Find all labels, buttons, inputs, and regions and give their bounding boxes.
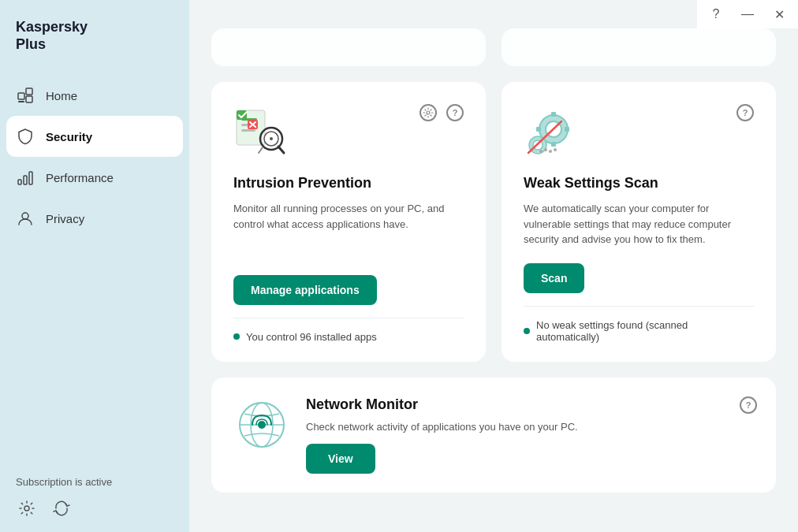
settings-icon[interactable] (16, 497, 38, 519)
minimize-button[interactable]: — (738, 5, 757, 24)
subscription-status: Subscription is active (16, 476, 173, 488)
svg-rect-1 (26, 88, 32, 95)
performance-icon (16, 168, 35, 187)
svg-rect-2 (26, 96, 32, 102)
sidebar-item-privacy[interactable]: Privacy (0, 198, 189, 239)
sidebar-item-privacy-label: Privacy (46, 212, 84, 225)
intrusion-status-text: You control 96 installed apps (246, 331, 377, 343)
weak-settings-card: ? Weak Settings Scan We automatically sc… (502, 82, 776, 362)
sidebar: KasperskyPlus Home (0, 0, 189, 532)
card-actions-weak: ? (736, 104, 754, 121)
main-content: ? Intrusion Prevention Monitor all runni… (189, 0, 798, 532)
weak-settings-desc: We automatically scan your computer for … (524, 201, 754, 247)
svg-rect-28 (565, 127, 569, 132)
app-name: KasperskyPlus (16, 19, 173, 53)
weak-status: No weak settings found (scanned automati… (524, 319, 754, 343)
top-partial-cards (211, 28, 776, 66)
app-logo: KasperskyPlus (0, 0, 189, 69)
svg-point-22 (427, 111, 430, 114)
sidebar-item-home[interactable]: Home (0, 75, 189, 116)
svg-rect-25 (551, 112, 556, 117)
svg-point-32 (544, 148, 547, 151)
sidebar-item-security-label: Security (46, 130, 92, 143)
network-monitor-desc: Check network activity of applications y… (306, 419, 754, 435)
partial-card-right (502, 28, 776, 66)
svg-rect-13 (237, 110, 247, 120)
network-monitor-card: Network Monitor Check network activity o… (211, 378, 776, 493)
svg-point-7 (22, 213, 28, 219)
help-button[interactable]: ? (707, 5, 725, 24)
app-container: ? — ✕ KasperskyPlus Home (0, 0, 798, 532)
svg-point-39 (258, 421, 266, 429)
svg-point-20 (270, 137, 273, 140)
weak-settings-illustration (524, 104, 579, 159)
svg-point-34 (554, 148, 557, 151)
manage-applications-button[interactable]: Manage applications (233, 275, 377, 305)
svg-rect-3 (18, 101, 24, 102)
svg-rect-27 (536, 127, 541, 132)
privacy-icon (16, 209, 35, 228)
help-circle-icon[interactable]: ? (446, 104, 464, 121)
sidebar-item-performance[interactable]: Performance (0, 157, 189, 198)
intrusion-prevention-illustration (233, 104, 289, 159)
titlebar: ? — ✕ (697, 0, 798, 28)
network-monitor-title: Network Monitor (306, 396, 754, 413)
card-actions-intrusion: ? (420, 104, 464, 121)
sidebar-footer: Subscription is active (0, 463, 189, 532)
sidebar-item-home-label: Home (46, 89, 77, 102)
weak-settings-title: Weak Settings Scan (524, 175, 754, 192)
intrusion-prevention-title: Intrusion Prevention (233, 175, 464, 192)
network-help-icon[interactable]: ? (740, 396, 757, 414)
svg-rect-4 (18, 180, 21, 184)
svg-point-33 (549, 150, 552, 153)
card-divider-2 (524, 306, 754, 307)
network-monitor-body: Network Monitor Check network activity o… (306, 396, 754, 474)
update-icon[interactable] (50, 497, 73, 519)
view-button[interactable]: View (306, 444, 375, 474)
intrusion-prevention-desc: Monitor all running processes on your PC… (233, 201, 464, 259)
svg-rect-5 (24, 176, 27, 184)
intrusion-status: You control 96 installed apps (233, 331, 464, 343)
svg-point-35 (539, 150, 543, 153)
intrusion-prevention-card: ? Intrusion Prevention Monitor all runni… (211, 82, 486, 362)
card-header-weak: ? (524, 104, 754, 159)
svg-line-21 (259, 147, 263, 153)
close-button[interactable]: ✕ (770, 5, 789, 24)
svg-line-19 (278, 147, 284, 153)
sidebar-bottom-icons (16, 497, 173, 519)
svg-rect-0 (18, 93, 24, 99)
svg-point-8 (24, 506, 29, 511)
sidebar-item-performance-label: Performance (46, 171, 114, 184)
svg-rect-6 (29, 172, 32, 184)
home-icon (16, 86, 35, 105)
settings-gear-icon[interactable] (420, 104, 437, 121)
status-dot-green-2 (524, 328, 530, 334)
network-monitor-illustration (233, 396, 290, 453)
network-monitor-help: ? (740, 396, 757, 414)
card-header-intrusion: ? (233, 104, 464, 159)
partial-card-left (211, 28, 486, 66)
card-divider (233, 318, 464, 318)
weak-help-icon[interactable]: ? (736, 104, 754, 121)
security-cards-grid: ? Intrusion Prevention Monitor all runni… (211, 82, 776, 362)
sidebar-nav: Home Security (0, 75, 189, 463)
security-icon (16, 127, 35, 146)
weak-status-text: No weak settings found (scanned automati… (536, 319, 754, 343)
svg-rect-26 (551, 142, 556, 147)
scan-button[interactable]: Scan (524, 263, 584, 293)
status-dot-green (233, 333, 240, 340)
svg-rect-12 (241, 129, 255, 132)
sidebar-item-security[interactable]: Security (6, 116, 183, 157)
